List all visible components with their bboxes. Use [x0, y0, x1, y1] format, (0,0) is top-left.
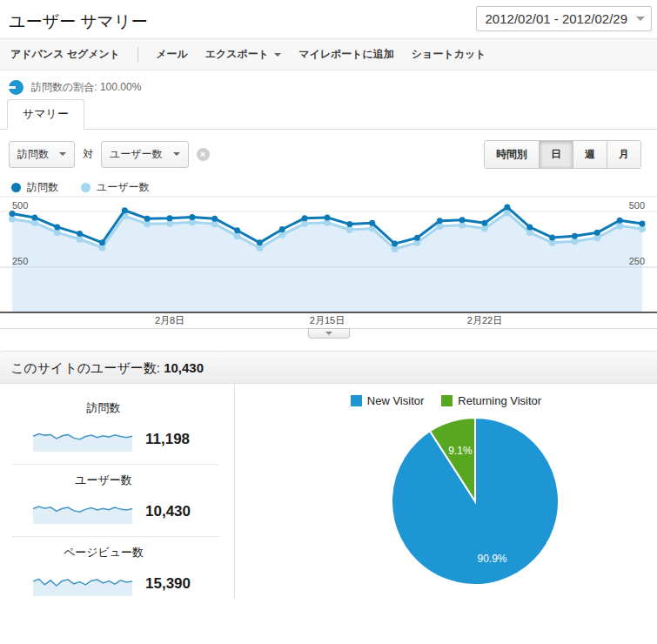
svg-text:2月22日: 2月22日	[467, 315, 502, 325]
visits-series-dot-icon	[11, 183, 21, 192]
chevron-down-icon	[274, 53, 281, 57]
legend-item-visits: 訪問数	[11, 180, 58, 195]
report-toolbar: アドバンス セグメント メール エクスポート マイレポートに追加 ショートカット	[0, 38, 657, 70]
site-users-header: このサイトのユーザー数: 10,430	[0, 351, 657, 384]
visits-sparkline	[31, 426, 134, 453]
granularity-month-button[interactable]: 月	[607, 141, 640, 168]
metric-card-users: ユーザー数 10,430	[12, 465, 219, 537]
granularity-hourly-button[interactable]: 時間別	[485, 141, 539, 168]
chevron-down-icon	[173, 152, 180, 156]
granularity-week-button[interactable]: 週	[573, 141, 607, 168]
metric-pageviews-label: ページビュー数	[12, 545, 195, 560]
metric-card-visits: 訪問数 11,198	[12, 392, 219, 465]
metric-b-select[interactable]: ユーザー数	[101, 141, 189, 168]
site-users-value: 10,430	[164, 360, 204, 375]
chart-controls: 訪問数 対 ユーザー数 × 時間別 日 週 月	[0, 130, 657, 170]
metric-b-label: ユーザー数	[110, 147, 163, 162]
metrics-column: 訪問数 11,198 ユーザー数 10,430 ページビュー数 15,390	[0, 384, 235, 600]
pie-legend-returning-visitor: Returning Visitor	[441, 394, 541, 407]
legend-users-label: ユーザー数	[97, 180, 150, 195]
svg-text:90.9%: 90.9%	[477, 553, 506, 565]
date-range-text: 2012/02/01 - 2012/02/29	[486, 11, 627, 26]
svg-text:500: 500	[629, 200, 645, 211]
toolbar-email[interactable]: メール	[156, 47, 188, 62]
svg-text:250: 250	[12, 256, 28, 266]
new-visitor-square-icon	[351, 395, 362, 406]
toolbar-advanced-segments[interactable]: アドバンス セグメント	[10, 47, 120, 62]
toolbar-export[interactable]: エクスポート	[205, 47, 281, 62]
chevron-down-icon	[636, 17, 645, 21]
users-sparkline	[31, 499, 134, 525]
pageviews-sparkline	[31, 571, 134, 597]
granularity-button-group: 時間別 日 週 月	[484, 140, 641, 169]
tab-bar: サマリー	[0, 103, 657, 130]
metric-users-value: 10,430	[145, 503, 191, 520]
toolbar-export-label: エクスポート	[205, 47, 269, 62]
metric-users-label: ユーザー数	[12, 473, 195, 488]
legend-item-users: ユーザー数	[81, 180, 150, 195]
segment-row: 訪問数の割合: 100.00%	[0, 70, 657, 103]
metric-pageviews-value: 15,390	[145, 575, 191, 593]
metric-a-label: 訪問数	[17, 147, 49, 162]
toolbar-add-to-dashboard[interactable]: マイレポートに追加	[298, 47, 394, 62]
toolbar-add-to-dashboard-label: マイレポートに追加	[298, 47, 394, 62]
chevron-down-icon	[59, 152, 66, 156]
returning-visitor-label: Returning Visitor	[458, 394, 541, 407]
clear-comparison-icon[interactable]: ×	[197, 148, 210, 161]
toolbar-shortcut-label: ショートカット	[412, 47, 486, 62]
metric-visits-label: 訪問数	[12, 400, 195, 416]
report-header: ユーザー サマリー 2012/02/01 - 2012/02/29	[0, 0, 657, 38]
triangle-down-icon	[325, 332, 332, 335]
tab-summary[interactable]: サマリー	[7, 99, 84, 130]
vs-label: 対	[83, 147, 93, 162]
granularity-day-button[interactable]: 日	[539, 141, 573, 168]
overview-body: 訪問数 11,198 ユーザー数 10,430 ページビュー数 15,390	[0, 384, 657, 600]
svg-text:2月15日: 2月15日	[310, 315, 345, 325]
toolbar-divider	[137, 47, 138, 63]
segment-donut-icon	[9, 80, 23, 95]
metric-visits-value: 11,198	[145, 431, 190, 448]
svg-text:250: 250	[629, 256, 645, 266]
toolbar-advanced-segments-label: アドバンス セグメント	[10, 47, 120, 62]
toolbar-email-label: メール	[156, 47, 188, 62]
visitor-type-pie-chart: 90.9%9.1%	[235, 410, 656, 603]
metric-a-select[interactable]: 訪問数	[9, 141, 75, 168]
users-series-dot-icon	[81, 183, 91, 192]
chart-scrub-row	[0, 328, 657, 343]
date-range-selector[interactable]: 2012/02/01 - 2012/02/29	[476, 6, 652, 31]
toolbar-shortcut[interactable]: ショートカット	[412, 47, 486, 62]
svg-text:9.1%: 9.1%	[448, 445, 473, 457]
legend-visits-label: 訪問数	[27, 180, 58, 195]
visitor-type-column: New Visitor Returning Visitor 90.9%9.1%	[235, 384, 657, 600]
visits-users-line-chart: 5005002502502月8日2月15日2月22日	[0, 196, 657, 328]
pie-legend: New Visitor Returning Visitor	[235, 391, 657, 410]
chart-legend: 訪問数 ユーザー数	[0, 170, 657, 196]
pie-legend-new-visitor: New Visitor	[351, 394, 425, 407]
page-title: ユーザー サマリー	[9, 10, 148, 33]
site-users-label: このサイトのユーザー数:	[10, 360, 160, 375]
svg-text:500: 500	[12, 200, 28, 211]
returning-visitor-square-icon	[441, 395, 453, 406]
metric-card-pageviews: ページビュー数 15,390	[12, 537, 219, 608]
chart-collapse-button[interactable]	[308, 328, 350, 339]
new-visitor-label: New Visitor	[367, 394, 425, 407]
segment-label: 訪問数の割合: 100.00%	[31, 80, 141, 95]
svg-text:2月8日: 2月8日	[155, 315, 184, 325]
